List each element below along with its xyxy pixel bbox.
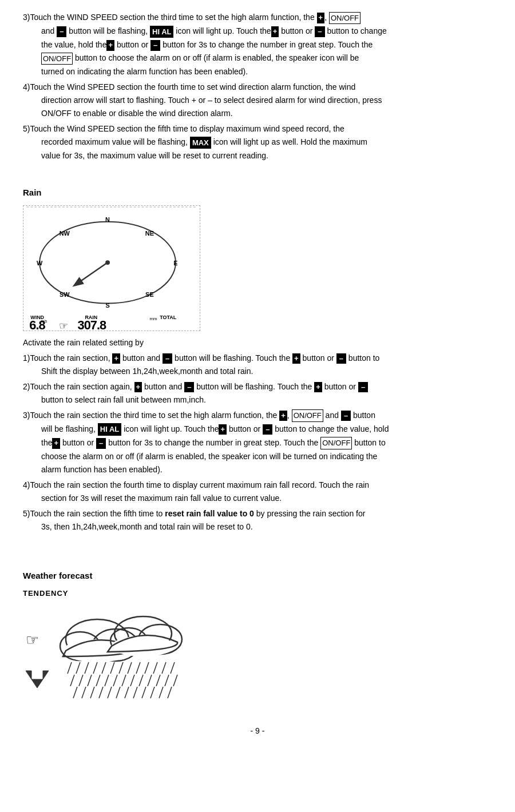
svg-text:SE: SE: [145, 290, 154, 297]
svg-line-52: [156, 675, 160, 686]
svg-line-57: [90, 687, 94, 698]
svg-text:☞: ☞: [59, 320, 68, 331]
svg-line-54: [173, 675, 177, 686]
compass-image: N W E S NW NE SW SE WIND m/s 6.8 ☞ RAIN: [23, 205, 200, 331]
max-icon: MAX: [190, 137, 211, 149]
rain-item3-line2: will be flashing, HI AL icon will light …: [41, 424, 389, 433]
minus-icon-1: –: [57, 26, 66, 37]
svg-line-53: [165, 675, 169, 686]
svg-marker-67: [26, 671, 49, 688]
hi-al-icon-1: HI AL: [150, 26, 173, 38]
svg-line-61: [125, 687, 129, 698]
svg-line-64: [150, 687, 154, 698]
minus-icon-r3b: –: [263, 424, 272, 435]
rain-item3-line4: choose the alarm on or off (if alarm is …: [41, 452, 377, 461]
rain-item1: 1)Touch the rain section, + button and –…: [23, 352, 492, 377]
svg-line-36: [128, 662, 132, 674]
svg-line-10: [75, 262, 108, 285]
wind-item5: 5)Touch the Wind SPEED section the fifth…: [23, 123, 492, 162]
rain-item1-text: 1)Touch the rain section, + button and –…: [23, 353, 379, 363]
svg-line-50: [139, 675, 143, 686]
svg-line-30: [76, 662, 80, 674]
svg-text:W: W: [37, 260, 43, 266]
wind-item4-line2: direction arrow will start to flashing. …: [41, 95, 382, 105]
svg-line-45: [96, 675, 100, 686]
onoff-box-r3: ON/OFF: [292, 409, 323, 422]
wind-item4-line3: ON/OFF to enable or disable the wind dir…: [41, 109, 233, 118]
svg-text:NW: NW: [60, 229, 70, 236]
svg-line-43: [79, 675, 83, 686]
svg-line-35: [119, 662, 123, 674]
minus-icon-r3c: –: [96, 438, 106, 449]
svg-text:6.8: 6.8: [29, 318, 45, 331]
svg-line-42: [70, 675, 74, 686]
compass-svg: N W E S NW NE SW SE WIND m/s 6.8 ☞ RAIN: [23, 206, 200, 331]
svg-line-65: [159, 687, 163, 698]
svg-line-29: [68, 662, 72, 674]
rain-item1-line2: Shift the display between 1h,24h,week,mo…: [41, 367, 253, 376]
svg-line-60: [116, 687, 120, 698]
wind-item3-text1: 3)Touch the WIND SPEED section the third…: [23, 13, 360, 22]
svg-line-38: [145, 662, 149, 674]
svg-line-62: [133, 687, 137, 698]
wind-item3-line5: turned on indicating the alarm function …: [41, 67, 248, 76]
svg-line-33: [102, 662, 106, 674]
minus-icon-r2: –: [184, 382, 194, 393]
svg-line-31: [85, 662, 89, 674]
plus-icon-r3: +: [279, 411, 287, 421]
plus-icon-3: +: [106, 40, 114, 51]
svg-line-56: [82, 687, 86, 698]
wind-item5-text: 5)Touch the Wind SPEED section the fifth…: [23, 124, 344, 133]
svg-line-34: [110, 662, 114, 674]
plus-icon-r1: +: [112, 353, 120, 364]
plus-icon-2: +: [271, 26, 279, 37]
rain-item2: 2)Touch the rain section again, + button…: [23, 381, 492, 406]
svg-line-48: [122, 675, 126, 686]
weather-forecast-heading: Weather forecast: [23, 570, 492, 583]
rain-item4-text1: 4)Touch the rain section the fourth time…: [23, 480, 369, 489]
minus-icon-2: –: [315, 26, 324, 37]
rain-activate: Activate the rain related setting by: [23, 337, 492, 349]
rain-item5: 5)Touch the rain section the fifth time …: [23, 508, 492, 533]
wind-item3: 3)Touch the WIND SPEED section the third…: [23, 11, 492, 78]
rain-item2-line2: button to select rain fall unit between …: [41, 395, 206, 404]
minus-icon-r1: –: [163, 353, 172, 364]
svg-line-63: [142, 687, 146, 698]
svg-text:SW: SW: [60, 290, 70, 297]
wind-item5-line3: value for 3s, the maximum value will be …: [41, 151, 268, 160]
svg-line-55: [73, 687, 77, 698]
wind-item4-text: 4)Touch the Wind SPEED section the fourt…: [23, 82, 355, 91]
minus-icon-r2b: –: [358, 382, 368, 393]
svg-text:☞: ☞: [26, 631, 39, 648]
rain-item3: 3)Touch the rain section the third time …: [23, 409, 492, 476]
svg-text:TOTAL: TOTAL: [160, 315, 176, 320]
svg-text:E: E: [173, 260, 177, 266]
wind-item3-line2: and – button will be flashing, HI AL ico…: [41, 26, 387, 35]
wind-item3-line4: ON/OFF button to choose the alarm on or …: [41, 53, 359, 62]
onoff-box-1: ON/OFF: [329, 12, 360, 25]
rain-item3-line5: alarm function has been enabled).: [41, 465, 163, 474]
svg-line-44: [88, 675, 92, 686]
svg-line-66: [168, 687, 172, 698]
svg-line-32: [93, 662, 97, 674]
plus-icon-r1b: +: [292, 353, 300, 364]
rain-item5-bold: reset rain fall value to 0: [165, 509, 254, 518]
svg-line-51: [148, 675, 152, 686]
svg-line-49: [130, 675, 134, 686]
wind-item3-line3: the value, hold the+ button or – button …: [41, 40, 373, 49]
svg-line-47: [113, 675, 117, 686]
plus-icon-r3b: +: [219, 424, 227, 435]
svg-line-58: [99, 687, 103, 698]
rain-item5-text: 5)Touch the rain section the fifth time …: [23, 509, 365, 518]
svg-text:307.8: 307.8: [78, 318, 106, 331]
plus-icon-1: +: [317, 13, 325, 23]
rain-item4-line2: section for 3s will reset the maximum ra…: [41, 493, 282, 503]
svg-text:S: S: [105, 302, 109, 309]
rain-item3-text1: 3)Touch the rain section the third time …: [23, 411, 375, 420]
svg-line-39: [153, 662, 157, 674]
svg-line-40: [162, 662, 166, 674]
minus-icon-3: –: [150, 40, 160, 51]
onoff-box-2: ON/OFF: [41, 53, 73, 65]
rain-item4: 4)Touch the rain section the fourth time…: [23, 479, 492, 504]
onoff-box-r3b: ON/OFF: [320, 437, 352, 449]
